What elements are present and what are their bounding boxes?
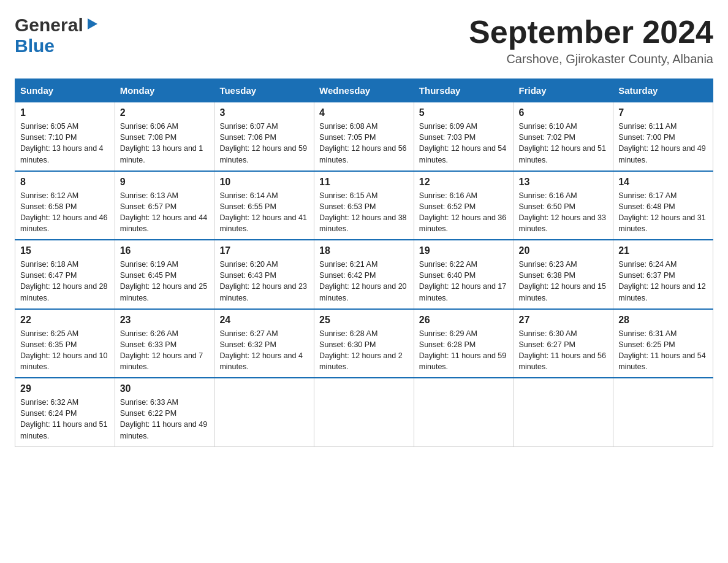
day-info: Sunrise: 6:07 AMSunset: 7:06 PMDaylight:… [219,121,309,166]
calendar-header-saturday: Saturday [613,79,713,102]
calendar-cell: 25Sunrise: 6:28 AMSunset: 6:30 PMDayligh… [314,309,414,378]
day-number: 20 [519,245,609,256]
day-number: 26 [419,315,509,326]
calendar-cell: 1Sunrise: 6:05 AMSunset: 7:10 PMDaylight… [15,102,115,171]
calendar-cell [214,378,314,446]
day-number: 23 [120,315,210,326]
day-number: 9 [120,177,210,188]
calendar-header-wednesday: Wednesday [314,79,414,102]
calendar-cell: 13Sunrise: 6:16 AMSunset: 6:50 PMDayligh… [514,171,613,240]
calendar-cell: 21Sunrise: 6:24 AMSunset: 6:37 PMDayligh… [613,240,713,309]
location: Carshove, Gjirokaster County, Albania [469,52,713,66]
page-header: General Blue September 2024 Carshove, Gj… [15,15,713,66]
day-number: 4 [319,107,409,118]
day-number: 5 [419,107,509,118]
day-number: 7 [618,107,708,118]
day-number: 19 [419,245,509,256]
calendar-cell: 6Sunrise: 6:10 AMSunset: 7:02 PMDaylight… [514,102,613,171]
day-number: 15 [20,245,110,256]
day-info: Sunrise: 6:13 AMSunset: 6:57 PMDaylight:… [120,190,210,235]
logo: General Blue [15,15,99,56]
calendar-week-row: 22Sunrise: 6:25 AMSunset: 6:35 PMDayligh… [15,309,713,378]
day-number: 18 [319,245,409,256]
day-info: Sunrise: 6:14 AMSunset: 6:55 PMDaylight:… [219,190,309,235]
calendar-cell: 15Sunrise: 6:18 AMSunset: 6:47 PMDayligh… [15,240,115,309]
calendar-cell: 18Sunrise: 6:21 AMSunset: 6:42 PMDayligh… [314,240,414,309]
day-number: 6 [519,107,609,118]
calendar-cell: 11Sunrise: 6:15 AMSunset: 6:53 PMDayligh… [314,171,414,240]
calendar-cell: 7Sunrise: 6:11 AMSunset: 7:00 PMDaylight… [613,102,713,171]
day-info: Sunrise: 6:29 AMSunset: 6:28 PMDaylight:… [419,328,509,373]
day-info: Sunrise: 6:05 AMSunset: 7:10 PMDaylight:… [20,121,110,166]
day-number: 16 [120,245,210,256]
calendar-header-tuesday: Tuesday [214,79,314,102]
day-info: Sunrise: 6:22 AMSunset: 6:40 PMDaylight:… [419,259,509,304]
title-area: September 2024 Carshove, Gjirokaster Cou… [469,15,713,66]
calendar-week-row: 8Sunrise: 6:12 AMSunset: 6:58 PMDaylight… [15,171,713,240]
day-info: Sunrise: 6:20 AMSunset: 6:43 PMDaylight:… [219,259,309,304]
day-info: Sunrise: 6:30 AMSunset: 6:27 PMDaylight:… [519,328,609,373]
day-info: Sunrise: 6:09 AMSunset: 7:03 PMDaylight:… [419,121,509,166]
calendar-cell: 9Sunrise: 6:13 AMSunset: 6:57 PMDaylight… [115,171,214,240]
day-number: 24 [219,315,309,326]
calendar-cell: 5Sunrise: 6:09 AMSunset: 7:03 PMDaylight… [414,102,514,171]
calendar-header-monday: Monday [115,79,214,102]
day-number: 14 [618,177,708,188]
calendar-header-sunday: Sunday [15,79,115,102]
day-info: Sunrise: 6:11 AMSunset: 7:00 PMDaylight:… [618,121,708,166]
day-info: Sunrise: 6:06 AMSunset: 7:08 PMDaylight:… [120,121,210,166]
day-number: 17 [219,245,309,256]
calendar-cell: 26Sunrise: 6:29 AMSunset: 6:28 PMDayligh… [414,309,514,378]
calendar-table: SundayMondayTuesdayWednesdayThursdayFrid… [15,79,713,447]
month-title: September 2024 [469,15,713,50]
logo-general: General [15,15,83,36]
day-number: 29 [20,383,110,394]
day-info: Sunrise: 6:31 AMSunset: 6:25 PMDaylight:… [618,328,708,373]
calendar-cell [514,378,613,446]
calendar-cell: 28Sunrise: 6:31 AMSunset: 6:25 PMDayligh… [613,309,713,378]
day-number: 28 [618,315,708,326]
day-number: 10 [219,177,309,188]
day-number: 22 [20,315,110,326]
calendar-week-row: 15Sunrise: 6:18 AMSunset: 6:47 PMDayligh… [15,240,713,309]
calendar-cell [613,378,713,446]
day-info: Sunrise: 6:15 AMSunset: 6:53 PMDaylight:… [319,190,409,235]
day-info: Sunrise: 6:17 AMSunset: 6:48 PMDaylight:… [618,190,708,235]
day-info: Sunrise: 6:12 AMSunset: 6:58 PMDaylight:… [20,190,110,235]
day-number: 25 [319,315,409,326]
day-info: Sunrise: 6:16 AMSunset: 6:50 PMDaylight:… [519,190,609,235]
day-number: 8 [20,177,110,188]
day-info: Sunrise: 6:26 AMSunset: 6:33 PMDaylight:… [120,328,210,373]
calendar-cell: 14Sunrise: 6:17 AMSunset: 6:48 PMDayligh… [613,171,713,240]
calendar-cell: 2Sunrise: 6:06 AMSunset: 7:08 PMDaylight… [115,102,214,171]
calendar-header-friday: Friday [514,79,613,102]
calendar-cell [414,378,514,446]
calendar-header-thursday: Thursday [414,79,514,102]
calendar-cell: 3Sunrise: 6:07 AMSunset: 7:06 PMDaylight… [214,102,314,171]
day-number: 11 [319,177,409,188]
logo-arrow-icon [85,17,99,33]
calendar-cell: 10Sunrise: 6:14 AMSunset: 6:55 PMDayligh… [214,171,314,240]
day-number: 12 [419,177,509,188]
day-info: Sunrise: 6:19 AMSunset: 6:45 PMDaylight:… [120,259,210,304]
calendar-cell [314,378,414,446]
calendar-week-row: 29Sunrise: 6:32 AMSunset: 6:24 PMDayligh… [15,378,713,446]
svg-marker-0 [88,18,97,29]
day-info: Sunrise: 6:28 AMSunset: 6:30 PMDaylight:… [319,328,409,373]
calendar-cell: 27Sunrise: 6:30 AMSunset: 6:27 PMDayligh… [514,309,613,378]
calendar-cell: 23Sunrise: 6:26 AMSunset: 6:33 PMDayligh… [115,309,214,378]
calendar-cell: 24Sunrise: 6:27 AMSunset: 6:32 PMDayligh… [214,309,314,378]
day-info: Sunrise: 6:23 AMSunset: 6:38 PMDaylight:… [519,259,609,304]
calendar-cell: 4Sunrise: 6:08 AMSunset: 7:05 PMDaylight… [314,102,414,171]
day-info: Sunrise: 6:32 AMSunset: 6:24 PMDaylight:… [20,397,110,442]
day-number: 13 [519,177,609,188]
day-number: 1 [20,107,110,118]
day-info: Sunrise: 6:33 AMSunset: 6:22 PMDaylight:… [120,397,210,442]
day-info: Sunrise: 6:18 AMSunset: 6:47 PMDaylight:… [20,259,110,304]
day-number: 27 [519,315,609,326]
day-number: 2 [120,107,210,118]
calendar-header-row: SundayMondayTuesdayWednesdayThursdayFrid… [15,79,713,102]
day-number: 3 [219,107,309,118]
calendar-cell: 19Sunrise: 6:22 AMSunset: 6:40 PMDayligh… [414,240,514,309]
day-number: 21 [618,245,708,256]
